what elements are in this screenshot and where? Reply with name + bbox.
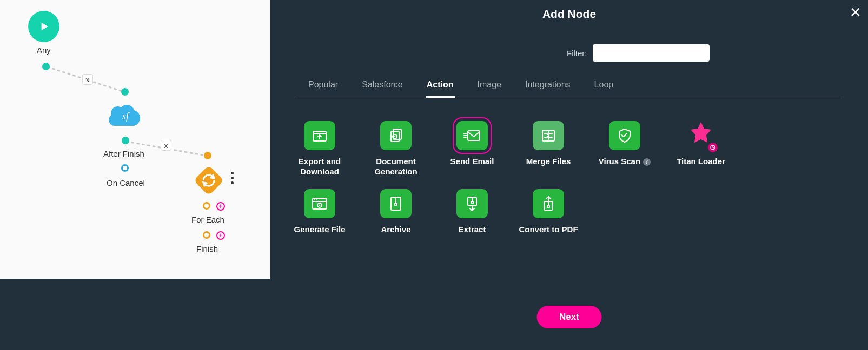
start-node[interactable] (28, 11, 59, 42)
svg-rect-9 (468, 131, 480, 140)
next-button[interactable]: Next (536, 306, 602, 328)
node-convert-pdf[interactable]: Convert to PDF (525, 189, 572, 235)
panel-title: Add Node (270, 8, 868, 21)
node-label: Archive (366, 225, 426, 235)
node-extract[interactable]: Extract (449, 189, 495, 235)
email-icon (456, 121, 488, 150)
salesforce-node[interactable]: sf (107, 102, 144, 130)
flow-canvas[interactable]: Any x sf After Finish On Cancel x (0, 0, 270, 279)
filter-label: Filter: (567, 49, 587, 58)
node-label: Titan Loader (671, 157, 731, 167)
cloud-icon: sf (107, 102, 144, 127)
node-virus-scan[interactable]: Virus Scani (601, 121, 648, 177)
node-label: Convert to PDF (519, 225, 578, 235)
shield-check-icon (609, 121, 640, 150)
cancel-label: On Cancel (107, 178, 145, 187)
documents-gear-icon (380, 121, 412, 150)
tab-integrations[interactable]: Integrations (524, 80, 572, 98)
zip-up-icon (533, 189, 564, 218)
node-label: Document Generation (366, 157, 426, 177)
start-node-label: Any (37, 45, 51, 55)
add-foreach-icon[interactable]: + (216, 202, 225, 211)
star-icon (686, 121, 715, 150)
tab-popular[interactable]: Popular (307, 80, 339, 98)
sf-in-dot[interactable] (121, 88, 129, 96)
play-icon (37, 19, 51, 33)
svg-point-16 (319, 204, 321, 206)
loop-icon (189, 161, 228, 200)
upload-folder-icon (304, 121, 335, 150)
add-node-panel: Add Node ✕ Filter: Popular Salesforce Ac… (270, 0, 868, 350)
foreach-dot[interactable] (203, 202, 210, 210)
sf-node-label: After Finish (103, 149, 144, 158)
node-grid: Export and DownloadDocument GenerationSe… (296, 121, 783, 234)
node-label: Export and Download (290, 157, 349, 177)
tab-salesforce[interactable]: Salesforce (361, 80, 404, 98)
node-document-generation[interactable]: Document Generation (373, 121, 419, 177)
connector-delete-1[interactable]: x (83, 75, 92, 84)
node-send-email[interactable]: Send Email (449, 121, 495, 177)
node-titan-loader[interactable]: Titan Loader (678, 121, 724, 177)
node-label: Generate File (290, 225, 349, 235)
svg-point-14 (316, 199, 317, 200)
node-export-download[interactable]: Export and Download (296, 121, 343, 177)
finish-dot[interactable] (203, 231, 210, 239)
merge-icon (533, 121, 564, 150)
svg-point-8 (394, 136, 396, 138)
sf-out-dot[interactable] (122, 137, 129, 144)
zip-down-icon (456, 189, 488, 218)
node-label: Send Email (442, 157, 502, 167)
finish-label: Finish (196, 244, 218, 253)
svg-rect-3 (194, 165, 224, 196)
node-generate-file[interactable]: Generate File (296, 189, 343, 235)
connector-delete-2[interactable]: x (161, 140, 171, 150)
node-label: Merge Files (519, 157, 578, 167)
add-finish-icon[interactable]: + (216, 231, 225, 240)
node-merge-files[interactable]: Merge Files (525, 121, 572, 177)
node-menu-icon[interactable] (231, 172, 234, 184)
filter-input[interactable] (593, 44, 710, 62)
tab-action[interactable]: Action (426, 80, 455, 98)
zip-file-icon (380, 189, 412, 218)
node-archive[interactable]: Archive (373, 189, 419, 235)
svg-point-13 (314, 199, 315, 200)
node-label: Extract (442, 225, 502, 235)
foreach-label: For Each (191, 215, 224, 224)
node-label: Virus Scani (595, 157, 654, 167)
close-icon[interactable]: ✕ (850, 4, 862, 21)
category-tabs: Popular Salesforce Action Image Integrat… (296, 80, 842, 98)
tab-loop[interactable]: Loop (593, 80, 615, 98)
loop-in-dot[interactable] (204, 152, 211, 159)
tab-image[interactable]: Image (476, 80, 502, 98)
cancel-dot[interactable] (121, 164, 129, 172)
connector-start-dot[interactable] (42, 63, 50, 70)
info-icon[interactable]: i (643, 158, 651, 166)
loop-node[interactable] (189, 161, 228, 202)
browser-gear-icon (304, 189, 335, 218)
